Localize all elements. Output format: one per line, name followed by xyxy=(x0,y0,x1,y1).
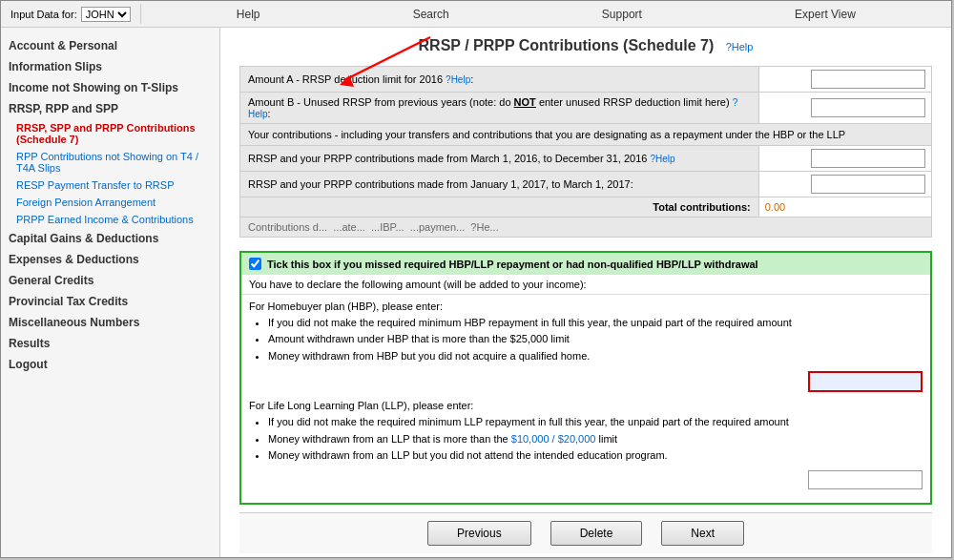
sidebar: Account & Personal Information Slips Inc… xyxy=(1,28,220,557)
form-table: Amount A - RRSP deduction limit for 2016… xyxy=(239,66,932,238)
hbp-value-input[interactable] xyxy=(808,371,923,392)
sidebar-item-provincial-tax[interactable]: Provincial Tax Credits xyxy=(1,291,219,312)
contributions-header: Your contributions - including your tran… xyxy=(240,124,932,146)
llp-bullets: If you did not make the required minimum… xyxy=(268,415,923,463)
content-area: RRSP / PRPP Contributions (Schedule 7) ?… xyxy=(220,28,951,557)
nav-links: Previous Help Search Support Expert View xyxy=(141,8,951,21)
table-row: Amount A - RRSP deduction limit for 2016… xyxy=(240,67,932,93)
llp-value-input[interactable] xyxy=(808,470,923,489)
hbp-llp-section: Tick this box if you missed required HBP… xyxy=(239,251,932,505)
table-row: Contributions d... ...ate... ...IBP... .… xyxy=(240,218,932,238)
sidebar-item-capital-gains[interactable]: Capital Gains & Deductions xyxy=(1,228,219,249)
rrsp-2016-help[interactable]: ?Help xyxy=(651,154,675,164)
amount-a-label: Amount A - RRSP deduction limit for 2016… xyxy=(240,67,759,93)
table-row: RRSP and your PRPP contributions made fr… xyxy=(240,146,932,172)
sidebar-item-rrsp-spp-prpp[interactable]: RRSP, SPP and PRPP Contributions (Schedu… xyxy=(1,119,219,148)
hbp-plan-title: For Homebuyer plan (HBP), please enter: xyxy=(249,301,923,312)
money-link[interactable]: $10,000 / $20,000 xyxy=(511,433,596,445)
table-row: Amount B - Unused RRSP from previous yea… xyxy=(240,93,932,124)
hbp-bullets: If you did not make the required minimum… xyxy=(268,316,923,363)
main-area: Account & Personal Information Slips Inc… xyxy=(1,28,951,557)
hbp-checkbox[interactable] xyxy=(249,258,261,270)
rrsp-2016-input[interactable] xyxy=(811,149,925,168)
top-nav-bar: Input Data for: JOHN Previous Help Searc… xyxy=(1,1,951,28)
amount-a-help[interactable]: ?Help xyxy=(446,74,470,85)
rrsp-2017-label: RRSP and your PRPP contributions made fr… xyxy=(240,172,759,197)
hbp-declare-text: You have to declare the following amount… xyxy=(241,275,930,295)
list-item: Money withdrawn from an LLP that is more… xyxy=(268,432,923,446)
nav-support[interactable]: Support xyxy=(602,8,642,21)
input-data-label-text: Input Data for: xyxy=(10,9,77,20)
sidebar-item-expenses[interactable]: Expenses & Deductions xyxy=(1,249,219,270)
sidebar-item-general-credits[interactable]: General Credits xyxy=(1,270,219,291)
nav-search[interactable]: Search xyxy=(413,8,449,21)
sidebar-item-account[interactable]: Account & Personal xyxy=(1,35,219,56)
sidebar-item-results[interactable]: Results xyxy=(1,333,219,354)
app-frame: Input Data for: JOHN Previous Help Searc… xyxy=(0,0,952,558)
delete-button[interactable]: Delete xyxy=(550,521,643,546)
partial-row: Contributions d... ...ate... ...IBP... .… xyxy=(240,218,932,238)
list-item: If you did not make the required minimum… xyxy=(268,316,923,330)
sidebar-item-rrsp-rpp[interactable]: RRSP, RPP and SPP xyxy=(1,98,219,119)
bottom-bar: Previous Delete Next xyxy=(239,512,932,553)
nav-help-link[interactable]: Help xyxy=(237,8,260,21)
next-button[interactable]: Next xyxy=(661,521,744,546)
total-contributions-value: 0.00 xyxy=(765,201,789,213)
nav-expert-view[interactable]: Expert View xyxy=(795,8,856,21)
llp-input-row xyxy=(249,470,923,489)
llp-plan-title: For Life Long Learning Plan (LLP), pleas… xyxy=(249,400,923,411)
sidebar-item-info-slips[interactable]: Information Slips xyxy=(1,56,219,77)
hbp-input-row xyxy=(249,371,923,392)
list-item: Money withdrawn from HBP but you did not… xyxy=(268,349,923,363)
hbp-header-label: Tick this box if you missed required HBP… xyxy=(267,259,758,270)
list-item: Money withdrawn from an LLP but you did … xyxy=(268,448,923,463)
page-help-link[interactable]: ?Help xyxy=(726,41,754,52)
amount-a-input[interactable] xyxy=(811,70,925,89)
list-item: If you did not make the required minimum… xyxy=(268,415,923,429)
sidebar-item-resp-transfer[interactable]: RESP Payment Transfer to RRSP xyxy=(1,176,219,194)
sidebar-item-prpp-earned[interactable]: PRPP Earned Income & Contributions xyxy=(1,211,219,228)
table-row: RRSP and your PRPP contributions made fr… xyxy=(240,172,932,197)
sidebar-item-logout[interactable]: Logout xyxy=(1,354,219,375)
previous-button[interactable]: Previous xyxy=(427,521,531,546)
table-row: Your contributions - including your tran… xyxy=(240,124,932,146)
user-select[interactable]: JOHN xyxy=(81,7,131,22)
sidebar-item-misc[interactable]: Miscellaneous Numbers xyxy=(1,312,219,333)
hbp-body: For Homebuyer plan (HBP), please enter: … xyxy=(241,295,930,503)
amount-b-input[interactable] xyxy=(811,98,925,117)
hbp-header: Tick this box if you missed required HBP… xyxy=(241,253,930,275)
amount-b-help[interactable]: ?Help xyxy=(248,97,737,119)
sidebar-item-income-not[interactable]: Income not Showing on T-Slips xyxy=(1,77,219,98)
total-contributions-label: Total contributions: xyxy=(240,197,759,218)
input-data-for-label: Input Data for: JOHN xyxy=(1,4,141,24)
rrsp-2016-label: RRSP and your PRPP contributions made fr… xyxy=(240,146,759,172)
sidebar-item-foreign-pension[interactable]: Foreign Pension Arrangement xyxy=(1,194,219,211)
list-item: Amount withdrawn under HBP that is more … xyxy=(268,332,923,346)
page-title: RRSP / PRPP Contributions (Schedule 7) ?… xyxy=(239,37,932,54)
table-row: Total contributions: 0.00 xyxy=(240,197,932,218)
amount-b-label: Amount B - Unused RRSP from previous yea… xyxy=(240,93,759,124)
sidebar-item-rpp-not-showing[interactable]: RPP Contributions not Showing on T4 / T4… xyxy=(1,148,219,176)
rrsp-2017-input[interactable] xyxy=(811,175,925,194)
